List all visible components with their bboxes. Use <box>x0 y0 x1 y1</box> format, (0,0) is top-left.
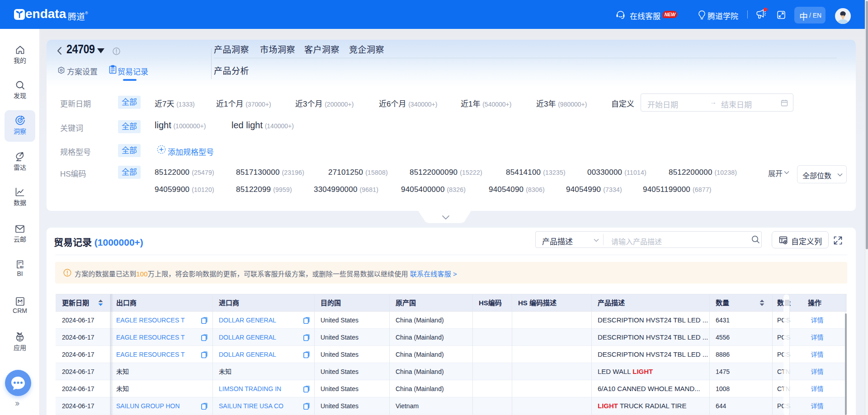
svg-text:BI: BI <box>20 265 24 269</box>
